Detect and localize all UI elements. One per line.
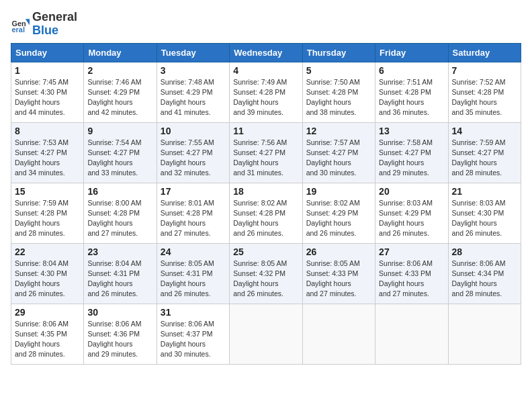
day-number: 19 <box>306 186 371 197</box>
calendar: SundayMondayTuesdayWednesdayThursdayFrid… <box>11 43 521 365</box>
calendar-cell: 27 Sunrise: 8:06 AM Sunset: 4:33 PM Dayl… <box>375 243 448 304</box>
calendar-cell: 30 Sunrise: 8:06 AM Sunset: 4:36 PM Dayl… <box>84 304 157 364</box>
calendar-cell: 8 Sunrise: 7:53 AM Sunset: 4:27 PM Dayli… <box>11 122 84 183</box>
calendar-cell <box>448 304 521 364</box>
calendar-cell: 17 Sunrise: 8:01 AM Sunset: 4:28 PM Dayl… <box>157 183 229 243</box>
day-info: Sunrise: 8:01 AM Sunset: 4:28 PM Dayligh… <box>161 198 226 239</box>
calendar-cell: 1 Sunrise: 7:45 AM Sunset: 4:30 PM Dayli… <box>11 62 84 122</box>
calendar-header-saturday: Saturday <box>448 43 521 62</box>
day-info: Sunrise: 8:06 AM Sunset: 4:35 PM Dayligh… <box>15 319 80 360</box>
calendar-week-5: 29 Sunrise: 8:06 AM Sunset: 4:35 PM Dayl… <box>11 304 521 364</box>
day-number: 27 <box>379 246 444 257</box>
day-number: 7 <box>452 65 517 76</box>
day-number: 31 <box>161 307 226 318</box>
calendar-cell: 29 Sunrise: 8:06 AM Sunset: 4:35 PM Dayl… <box>11 304 84 364</box>
calendar-cell: 18 Sunrise: 8:02 AM Sunset: 4:28 PM Dayl… <box>230 183 302 243</box>
calendar-header-row: SundayMondayTuesdayWednesdayThursdayFrid… <box>11 43 521 62</box>
day-info: Sunrise: 7:48 AM Sunset: 4:29 PM Dayligh… <box>161 77 226 118</box>
calendar-cell <box>302 304 375 364</box>
calendar-cell: 6 Sunrise: 7:51 AM Sunset: 4:28 PM Dayli… <box>375 62 448 122</box>
day-info: Sunrise: 8:00 AM Sunset: 4:28 PM Dayligh… <box>87 198 152 239</box>
calendar-cell: 19 Sunrise: 8:02 AM Sunset: 4:29 PM Dayl… <box>302 183 375 243</box>
calendar-week-4: 22 Sunrise: 8:04 AM Sunset: 4:30 PM Dayl… <box>11 243 521 304</box>
calendar-cell: 31 Sunrise: 8:06 AM Sunset: 4:37 PM Dayl… <box>157 304 229 364</box>
day-number: 14 <box>452 126 517 136</box>
calendar-week-3: 15 Sunrise: 7:59 AM Sunset: 4:28 PM Dayl… <box>11 183 521 243</box>
calendar-cell <box>230 304 302 364</box>
calendar-cell: 14 Sunrise: 7:59 AM Sunset: 4:27 PM Dayl… <box>448 122 521 183</box>
day-info: Sunrise: 7:49 AM Sunset: 4:28 PM Dayligh… <box>233 77 298 118</box>
day-info: Sunrise: 8:04 AM Sunset: 4:31 PM Dayligh… <box>87 259 152 300</box>
day-info: Sunrise: 7:46 AM Sunset: 4:29 PM Dayligh… <box>87 77 152 118</box>
day-info: Sunrise: 7:50 AM Sunset: 4:28 PM Dayligh… <box>306 77 371 118</box>
day-number: 13 <box>379 126 444 136</box>
calendar-cell: 16 Sunrise: 8:00 AM Sunset: 4:28 PM Dayl… <box>84 183 157 243</box>
calendar-cell: 28 Sunrise: 8:06 AM Sunset: 4:34 PM Dayl… <box>448 243 521 304</box>
day-number: 5 <box>306 65 371 76</box>
day-info: Sunrise: 8:03 AM Sunset: 4:30 PM Dayligh… <box>452 198 517 239</box>
calendar-week-1: 1 Sunrise: 7:45 AM Sunset: 4:30 PM Dayli… <box>11 62 521 122</box>
day-number: 4 <box>233 65 298 76</box>
calendar-header-sunday: Sunday <box>11 43 84 62</box>
day-number: 20 <box>379 186 444 197</box>
calendar-cell: 21 Sunrise: 8:03 AM Sunset: 4:30 PM Dayl… <box>448 183 521 243</box>
calendar-week-2: 8 Sunrise: 7:53 AM Sunset: 4:27 PM Dayli… <box>11 122 521 183</box>
day-number: 9 <box>87 126 152 136</box>
day-number: 15 <box>15 186 80 197</box>
calendar-cell: 11 Sunrise: 7:56 AM Sunset: 4:27 PM Dayl… <box>230 122 302 183</box>
day-number: 30 <box>87 307 152 318</box>
calendar-cell: 9 Sunrise: 7:54 AM Sunset: 4:27 PM Dayli… <box>84 122 157 183</box>
day-number: 22 <box>15 246 80 257</box>
day-info: Sunrise: 8:06 AM Sunset: 4:36 PM Dayligh… <box>87 319 152 360</box>
header: Gen eral GeneralBlue <box>11 11 521 38</box>
calendar-header-thursday: Thursday <box>302 43 375 62</box>
calendar-header-wednesday: Wednesday <box>230 43 302 62</box>
day-info: Sunrise: 7:52 AM Sunset: 4:28 PM Dayligh… <box>452 77 517 118</box>
day-info: Sunrise: 8:06 AM Sunset: 4:33 PM Dayligh… <box>379 259 444 300</box>
day-info: Sunrise: 8:03 AM Sunset: 4:29 PM Dayligh… <box>379 198 444 239</box>
day-number: 12 <box>306 126 371 136</box>
day-info: Sunrise: 8:02 AM Sunset: 4:29 PM Dayligh… <box>306 198 371 239</box>
logo-icon: Gen eral <box>11 15 30 34</box>
calendar-cell: 4 Sunrise: 7:49 AM Sunset: 4:28 PM Dayli… <box>230 62 302 122</box>
calendar-cell: 25 Sunrise: 8:05 AM Sunset: 4:32 PM Dayl… <box>230 243 302 304</box>
day-number: 6 <box>379 65 444 76</box>
calendar-cell: 13 Sunrise: 7:58 AM Sunset: 4:27 PM Dayl… <box>375 122 448 183</box>
calendar-cell: 20 Sunrise: 8:03 AM Sunset: 4:29 PM Dayl… <box>375 183 448 243</box>
calendar-header-tuesday: Tuesday <box>157 43 229 62</box>
day-number: 25 <box>233 246 298 257</box>
calendar-cell <box>375 304 448 364</box>
day-number: 23 <box>87 246 152 257</box>
day-number: 10 <box>161 126 226 136</box>
day-info: Sunrise: 7:56 AM Sunset: 4:27 PM Dayligh… <box>233 138 298 179</box>
day-number: 17 <box>161 186 226 197</box>
calendar-cell: 7 Sunrise: 7:52 AM Sunset: 4:28 PM Dayli… <box>448 62 521 122</box>
day-number: 11 <box>233 126 298 136</box>
calendar-cell: 5 Sunrise: 7:50 AM Sunset: 4:28 PM Dayli… <box>302 62 375 122</box>
day-info: Sunrise: 8:06 AM Sunset: 4:37 PM Dayligh… <box>161 319 226 360</box>
day-number: 16 <box>87 186 152 197</box>
day-info: Sunrise: 7:53 AM Sunset: 4:27 PM Dayligh… <box>15 138 80 179</box>
calendar-cell: 24 Sunrise: 8:05 AM Sunset: 4:31 PM Dayl… <box>157 243 229 304</box>
logo: Gen eral GeneralBlue <box>11 11 77 38</box>
day-number: 29 <box>15 307 80 318</box>
day-info: Sunrise: 7:57 AM Sunset: 4:27 PM Dayligh… <box>306 138 371 179</box>
day-number: 2 <box>87 65 152 76</box>
day-number: 28 <box>452 246 517 257</box>
calendar-cell: 12 Sunrise: 7:57 AM Sunset: 4:27 PM Dayl… <box>302 122 375 183</box>
day-info: Sunrise: 8:05 AM Sunset: 4:33 PM Dayligh… <box>306 259 371 300</box>
day-number: 3 <box>161 65 226 76</box>
day-number: 26 <box>306 246 371 257</box>
calendar-cell: 23 Sunrise: 8:04 AM Sunset: 4:31 PM Dayl… <box>84 243 157 304</box>
day-info: Sunrise: 8:04 AM Sunset: 4:30 PM Dayligh… <box>15 259 80 300</box>
day-info: Sunrise: 8:05 AM Sunset: 4:31 PM Dayligh… <box>161 259 226 300</box>
day-number: 8 <box>15 126 80 136</box>
calendar-header-friday: Friday <box>375 43 448 62</box>
calendar-cell: 2 Sunrise: 7:46 AM Sunset: 4:29 PM Dayli… <box>84 62 157 122</box>
day-info: Sunrise: 7:55 AM Sunset: 4:27 PM Dayligh… <box>161 138 226 179</box>
day-info: Sunrise: 7:51 AM Sunset: 4:28 PM Dayligh… <box>379 77 444 118</box>
day-number: 18 <box>233 186 298 197</box>
calendar-cell: 26 Sunrise: 8:05 AM Sunset: 4:33 PM Dayl… <box>302 243 375 304</box>
day-number: 24 <box>161 246 226 257</box>
day-info: Sunrise: 8:02 AM Sunset: 4:28 PM Dayligh… <box>233 198 298 239</box>
